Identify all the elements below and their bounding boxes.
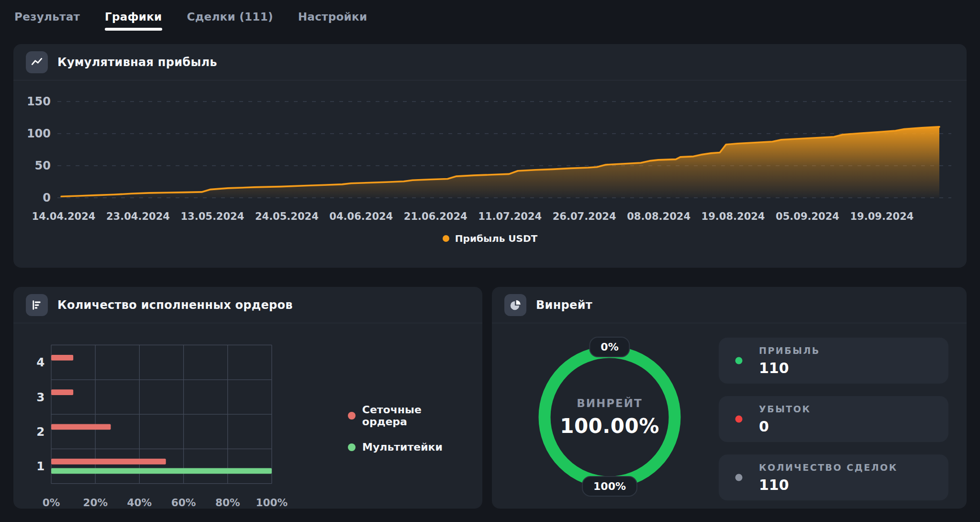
- legend-label: Мультитейки: [362, 441, 443, 453]
- x-tick-label: 24.05.2024: [255, 211, 319, 222]
- gauge-min-badge: 0%: [589, 337, 630, 357]
- category-label-1: 1: [36, 459, 45, 473]
- winrate-body: 0% ВИНРЕЙТ 100.00% 100% ПРИБЫЛЬ 110 УБЫТ…: [492, 323, 967, 500]
- card-title: Винрейт: [536, 298, 592, 312]
- y-tick-100: 100: [27, 127, 51, 140]
- card-title: Количество исполненных ордеров: [57, 298, 293, 312]
- orders-chart-legend[interactable]: Сеточные ордера Мультитейки: [348, 404, 468, 453]
- bar-Сеточные ордера-2[interactable]: [51, 424, 111, 430]
- card-header: Винрейт: [492, 287, 967, 323]
- x-tick-label: 04.06.2024: [329, 211, 393, 222]
- legend-item[interactable]: Сеточные ордера: [348, 404, 468, 428]
- y-tick-150: 150: [27, 95, 51, 108]
- cumulative-profit-card: Кумулятивная прибыль 050100150 14.04.202…: [13, 44, 967, 268]
- x-tick-label: 05.09.2024: [776, 211, 839, 222]
- x-tick-label: 13.05.2024: [180, 211, 244, 222]
- card-header: Количество исполненных ордеров: [13, 287, 482, 323]
- x-axis-labels: 14.04.202423.04.202413.05.202424.05.2024…: [13, 207, 967, 227]
- tab-label: Результат: [14, 11, 80, 23]
- stat-row: УБЫТОК 0: [719, 396, 948, 442]
- x-tick-80%: 80%: [215, 497, 240, 509]
- stat-label: ПРИБЫЛЬ: [759, 345, 939, 356]
- stat-row: КОЛИЧЕСТВО СДЕЛОК 110: [719, 454, 948, 500]
- profit-chart-legend[interactable]: Прибыль USDT: [13, 227, 967, 250]
- winrate-card: Винрейт 0% ВИНРЕЙТ 100.00% 100% ПРИБЫЛЬ …: [492, 287, 967, 509]
- orders-chart-body: 43210%20%40%60%80%100% Сеточные ордера М…: [13, 323, 482, 509]
- x-tick-label: 11.07.2024: [478, 211, 542, 222]
- y-tick-0: 0: [43, 191, 51, 204]
- category-label-2: 2: [36, 425, 45, 439]
- stat-dot: [735, 474, 743, 481]
- x-tick-label: 19.08.2024: [702, 211, 765, 222]
- bottom-row: Количество исполненных ордеров 43210%20%…: [13, 287, 967, 509]
- x-tick-label: 08.08.2024: [627, 211, 690, 222]
- gauge-center: ВИНРЕЙТ 100.00%: [538, 345, 681, 489]
- bar-Мультитейки-1[interactable]: [51, 468, 272, 474]
- cumulative-profit-chart[interactable]: 050100150: [13, 81, 967, 207]
- stat-dot: [735, 416, 743, 423]
- tab-label: Сделки (111): [187, 11, 273, 23]
- x-tick-label: 21.06.2024: [404, 211, 468, 222]
- trend-line-icon: [26, 51, 48, 73]
- legend-dot: [348, 443, 356, 451]
- bar-Сеточные ордера-3[interactable]: [51, 389, 73, 395]
- tab-Графики[interactable]: Графики: [105, 11, 162, 31]
- legend-label: Сеточные ордера: [362, 404, 468, 428]
- x-tick-label: 23.04.2024: [106, 211, 170, 222]
- gauge-value: 100.00%: [560, 414, 659, 438]
- x-tick-0%: 0%: [43, 497, 60, 509]
- card-title: Кумулятивная прибыль: [57, 56, 217, 69]
- tab-bar: Результат Графики Сделки (111) Настройки: [13, 5, 967, 34]
- x-tick-20%: 20%: [83, 497, 108, 509]
- y-tick-50: 50: [35, 159, 51, 172]
- stat-label: КОЛИЧЕСТВО СДЕЛОК: [759, 462, 939, 473]
- dashboard-page: Результат Графики Сделки (111) Настройки…: [0, 0, 980, 522]
- x-tick-label: 19.09.2024: [850, 211, 914, 222]
- x-tick-100%: 100%: [256, 497, 288, 509]
- stat-row: ПРИБЫЛЬ 110: [719, 338, 948, 384]
- horizontal-bars-icon: [26, 294, 48, 316]
- stat-value: 0: [759, 418, 939, 435]
- tab-Сделки (111)[interactable]: Сделки (111): [187, 11, 273, 31]
- gauge-max-badge: 100%: [582, 476, 637, 497]
- stat-dot: [735, 357, 743, 364]
- category-label-3: 3: [36, 390, 45, 404]
- tab-label: Настройки: [298, 11, 368, 23]
- stat-value: 110: [759, 360, 939, 376]
- pie-chart-icon: [504, 294, 526, 316]
- legend-item[interactable]: Мультитейки: [348, 441, 468, 453]
- stat-value: 110: [759, 477, 939, 493]
- tab-Результат[interactable]: Результат: [14, 11, 80, 31]
- winrate-stats: ПРИБЫЛЬ 110 УБЫТОК 0 КОЛИЧЕСТВО СДЕЛОК 1…: [719, 338, 948, 500]
- legend-label: Прибыль USDT: [455, 233, 537, 244]
- x-tick-label: 26.07.2024: [553, 211, 616, 222]
- card-header: Кумулятивная прибыль: [13, 44, 967, 80]
- area-chart-body: 050100150 14.04.202423.04.202413.05.2024…: [13, 80, 967, 250]
- executed-orders-chart[interactable]: 43210%20%40%60%80%100%: [28, 334, 290, 509]
- legend-item[interactable]: Прибыль USDT: [443, 227, 537, 250]
- bar-Сеточные ордера-1[interactable]: [51, 459, 166, 465]
- bar-Сеточные ордера-4[interactable]: [51, 355, 73, 361]
- stat-label: УБЫТОК: [759, 404, 939, 414]
- legend-dot: [443, 235, 449, 242]
- winrate-gauge: 0% ВИНРЕЙТ 100.00% 100%: [538, 345, 681, 489]
- x-tick-label: 14.04.2024: [32, 211, 96, 222]
- tab-label: Графики: [105, 11, 162, 23]
- x-tick-40%: 40%: [127, 497, 152, 509]
- legend-dot: [348, 412, 356, 420]
- x-tick-60%: 60%: [171, 497, 196, 509]
- gauge-caption: ВИНРЕЙТ: [577, 397, 643, 409]
- executed-orders-card: Количество исполненных ордеров 43210%20%…: [13, 287, 482, 509]
- tab-Настройки[interactable]: Настройки: [298, 11, 368, 31]
- active-tab-underline: [105, 28, 162, 31]
- category-label-4: 4: [36, 355, 45, 369]
